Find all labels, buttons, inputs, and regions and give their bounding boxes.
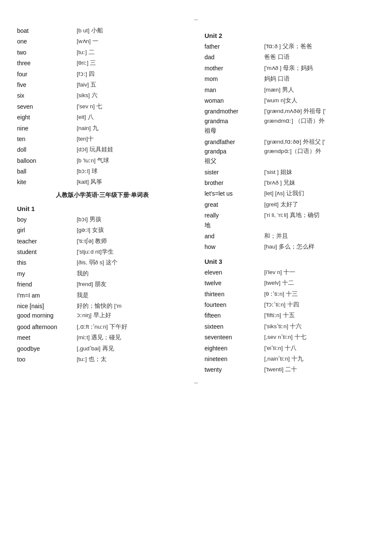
list-item: girl [gəːl] 女孩 [17, 225, 187, 235]
vocab-def: [b ut] 小船 [77, 26, 187, 35]
intro-vocab-list: boat [b ut] 小船 one [wʌn] 一 two [tuː] 二 t… [17, 26, 187, 187]
vocab-def: 我是 [77, 291, 187, 300]
vocab-def: 爸爸 口语 [264, 52, 375, 62]
vocab-word: father [205, 42, 264, 51]
list-item: goodbye [,gudˈbai] 再见 [17, 344, 187, 353]
list-item: grandmother ['grænd,mʌðə] 外祖母 [' grandma… [205, 107, 375, 135]
vocab-def: 好的；愉快的 ['m [77, 301, 187, 311]
vocab-word: man [205, 85, 264, 95]
vocab-def: [faiv] 五 [77, 80, 187, 90]
vocab-def: [hau] 多么；怎么样 [264, 242, 375, 251]
list-item: fifteen ['fiftiːn] 十五 [205, 311, 375, 320]
list-item-row: grandpa grændpɑː]（口语）外 [205, 147, 375, 156]
list-item-row: grandmother ['grænd,mʌðə] 外祖母 [' [205, 107, 375, 116]
vocab-word: grandmother [205, 107, 264, 116]
list-item: mother ['mʌð ] 母亲；妈妈 [205, 64, 375, 73]
vocab-def: [let] [ʌs] 让我们 [264, 189, 375, 198]
vocab-word: my [17, 269, 77, 278]
vocab-word: I'm=I am [17, 291, 77, 300]
vocab-word: kite [17, 177, 77, 187]
vocab-word: thirteen [205, 289, 264, 299]
vocab-word: too [17, 355, 77, 364]
vocab-def: ['mʌð ] 母亲；妈妈 [264, 64, 375, 73]
list-item: and 和；并且 [205, 231, 375, 241]
list-item: five [faiv] 五 [17, 80, 187, 90]
main-layout: boat [b ut] 小船 one [wʌn] 一 two [tuː] 二 t… [17, 26, 375, 376]
vocab-def: grændpɑː]（口语）外 [264, 147, 375, 156]
vocab-word: five [17, 80, 77, 90]
vocab-def: [,ɑːft ːˈnuːn] 下午好 [77, 322, 187, 332]
vocab-def: ['eiˈtiːn] 十八 [264, 344, 375, 353]
vocab-word: good morning [17, 311, 77, 320]
vocab-def: ['grænd,mʌðə] 外祖母 [' [264, 107, 375, 116]
vocab-def: [tuː] 也；太 [77, 355, 187, 364]
top-separator: -- [17, 16, 375, 23]
list-item: too [tuː] 也；太 [17, 355, 187, 364]
vocab-word: woman [205, 96, 264, 105]
list-item-row: nice [nais] 好的；愉快的 ['m [17, 301, 187, 311]
vocab-def: ['siksˈtiːn] 十六 [264, 322, 375, 331]
list-item: seventeen [,sev nˈtiːn] 十七 [205, 332, 375, 342]
vocab-word: 祖父 [205, 156, 264, 165]
book-title: 人教版小学英语·三年级下册·单词表 [17, 191, 187, 199]
list-item: man [mæn] 男人 [205, 85, 375, 95]
list-item: ten [ten]十 [17, 134, 187, 144]
list-item-row: 祖父 [205, 156, 375, 165]
list-item: four [fɔː] 四 [17, 69, 187, 79]
list-item: doll [dɔl] 玩具娃娃 [17, 145, 187, 154]
list-item: meet [miːt] 遇见；碰见 [17, 333, 187, 342]
vocab-word: sixteen [205, 322, 264, 331]
vocab-def: [i'lev n] 十一 [264, 268, 375, 277]
vocab-word: sister [205, 168, 264, 177]
vocab-def: ['brʌð ] 兄妹 [264, 178, 375, 188]
list-item: great [greit] 太好了 [205, 200, 375, 209]
list-item-row: good morning ɔːniŋ] 早上好 [17, 311, 187, 320]
vocab-word: this [17, 258, 77, 267]
vocab-def: [,sev nˈtiːn] 十七 [264, 332, 375, 342]
list-item: woman ['wum n]女人 [205, 96, 375, 105]
vocab-def: ['grænd,fɑːðə] 外祖父 [' [264, 137, 375, 147]
list-item: how [hau] 多么；怎么样 [205, 242, 375, 251]
vocab-def: [bɔːl] 球 [77, 167, 187, 176]
unit2-vocab-list: father ['fɑːð ] 父亲；爸爸 dad 爸爸 口语 mother [… [205, 42, 375, 252]
list-item: dad 爸爸 口语 [205, 52, 375, 62]
vocab-word: three [17, 58, 77, 68]
vocab-def: ['fɔːˈtiːn] 十四 [264, 300, 375, 309]
list-item: student ['stjuːd nt]学生 [17, 247, 187, 257]
vocab-def: [frend] 朋友 [77, 280, 187, 289]
list-item: kite [kait] 风筝 [17, 177, 187, 187]
vocab-word: teacher [17, 237, 77, 246]
vocab-word: meet [17, 333, 77, 342]
vocab-def: [,gudˈbai] 再见 [77, 344, 187, 353]
unit3-title: Unit 3 [205, 258, 375, 265]
vocab-word: mom [205, 74, 264, 84]
vocab-word: eight [17, 113, 77, 122]
vocab-word: and [205, 231, 264, 241]
vocab-word: friend [17, 280, 77, 289]
vocab-def: 妈妈 口语 [264, 74, 375, 84]
vocab-word: goodbye [17, 344, 77, 353]
vocab-word: nineteen [205, 354, 264, 364]
vocab-word: fifteen [205, 311, 264, 320]
vocab-def: ['sev n] 七 [77, 102, 187, 111]
list-item: nineteen [,nainˈtiːn] 十九 [205, 354, 375, 364]
list-item-row: 地 [205, 220, 375, 230]
vocab-def: [twelv] 十二 [264, 278, 375, 288]
vocab-def: [siks] 六 [77, 91, 187, 100]
vocab-word: good afternoon [17, 322, 77, 332]
vocab-word: two [17, 48, 77, 57]
vocab-def: [gəːl] 女孩 [77, 225, 187, 235]
list-item: eleven [i'lev n] 十一 [205, 268, 375, 277]
list-item: twenty ['twenti] 二十 [205, 365, 375, 374]
vocab-word: fourteen [205, 300, 264, 309]
vocab-word: boy [17, 215, 77, 224]
vocab-def: ['stjuːd nt]学生 [77, 247, 187, 257]
list-item: father ['fɑːð ] 父亲；爸爸 [205, 42, 375, 51]
vocab-def: [nain] 九 [77, 124, 187, 133]
list-item: I'm=I am 我是 [17, 291, 187, 300]
vocab-word: seven [17, 102, 77, 111]
vocab-word: grandpa [205, 147, 264, 156]
vocab-def: ['sist ] 姐妹 [264, 168, 375, 177]
vocab-def: ['twenti] 二十 [264, 365, 375, 374]
vocab-def: [ten]十 [77, 134, 187, 144]
